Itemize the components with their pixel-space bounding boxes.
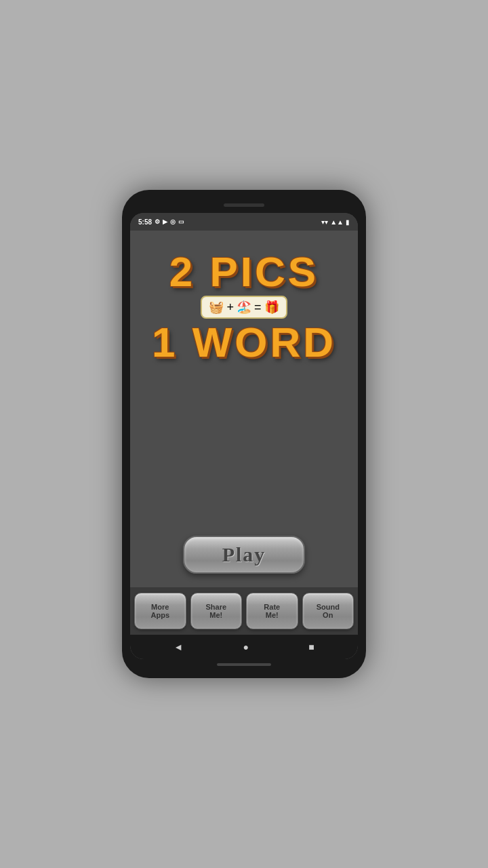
ball-emoji: 🏖️ [237, 300, 251, 315]
equals-symbol: = [254, 300, 262, 315]
play-icon: ▶ [163, 218, 167, 225]
status-left: 5:58 ⚙ ▶ ◎ ▭ [138, 218, 184, 226]
recent-button[interactable]: ■ [308, 642, 314, 652]
share-me-button[interactable]: ShareMe! [190, 593, 243, 629]
battery-icon: ▮ [346, 218, 350, 226]
phone-frame: 5:58 ⚙ ▶ ◎ ▭ ▾▾ ▲▲ ▮ 2 PICS 🧺 + 🏖️ = [122, 190, 366, 678]
nfc-icon: ▭ [178, 218, 184, 225]
plus-symbol: + [226, 300, 234, 315]
title-area: 2 PICS 🧺 + 🏖️ = 🎁 1 WORD [152, 251, 336, 363]
basket-emoji: 🧺 [209, 300, 224, 315]
title-1word: 1 WORD [152, 321, 336, 363]
back-button[interactable]: ◄ [174, 642, 183, 652]
wifi-icon: ▾▾ [321, 218, 328, 226]
title-2pics: 2 PICS [169, 251, 319, 293]
home-button[interactable]: ● [243, 642, 248, 652]
home-bar [217, 663, 271, 666]
sound-on-button[interactable]: SoundOn [302, 593, 354, 629]
status-right: ▾▾ ▲▲ ▮ [321, 218, 350, 226]
clock: 5:58 [138, 218, 152, 226]
signal-icon: ▲▲ [330, 218, 344, 226]
phone-screen: 5:58 ⚙ ▶ ◎ ▭ ▾▾ ▲▲ ▮ 2 PICS 🧺 + 🏖️ = [130, 213, 358, 659]
vpn-icon: ◎ [170, 218, 176, 225]
equation-row: 🧺 + 🏖️ = 🎁 [201, 296, 287, 319]
phone-speaker [224, 203, 264, 207]
main-content: 2 PICS 🧺 + 🏖️ = 🎁 1 WORD Play [130, 231, 358, 587]
play-button[interactable]: Play [183, 536, 305, 574]
bottom-buttons-bar: MoreApps ShareMe! RateMe! SoundOn [130, 587, 358, 635]
settings-icon: ⚙ [155, 218, 160, 225]
phone-notch [130, 198, 358, 212]
more-apps-button[interactable]: MoreApps [134, 593, 186, 629]
play-area: Play [183, 536, 305, 574]
status-bar: 5:58 ⚙ ▶ ◎ ▭ ▾▾ ▲▲ ▮ [130, 213, 358, 231]
rate-me-button[interactable]: RateMe! [246, 593, 298, 629]
phone-bottom-bar [130, 659, 358, 670]
nav-bar: ◄ ● ■ [130, 635, 358, 659]
gift-emoji: 🎁 [264, 300, 279, 315]
